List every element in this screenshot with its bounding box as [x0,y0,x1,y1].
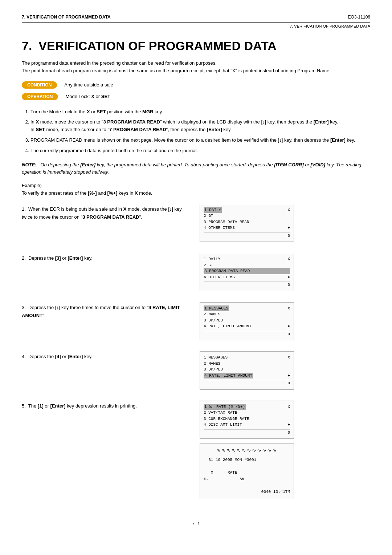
screen-1: 1 DAILY X 2 GT 3 PROGRAM DATA READ 4 OTH… [200,204,294,242]
screen-4-item-1: 1 MESSAGES [204,355,228,361]
receipt-line-5 [204,482,290,489]
screen-4-row-4: 4 RATE, LIMIT AMOUNT ♦ [204,373,290,379]
operation-or: or [94,94,101,99]
screen-2-row-3: 3 PROGRAM DATA READ [204,268,290,274]
screen-1-row-3: 3 PROGRAM DATA READ [204,219,290,225]
receipt-line-3: X RATE [204,470,290,476]
receipt-line-6: 0040 13:41TM [204,489,290,495]
example-step-4-row: 4. Depress the [4] or [Enter] key. 1 MES… [22,351,370,390]
screen-2-row-1: 1 DAILY X [204,256,290,262]
example-section: Example) To verify the preset rates of t… [22,183,370,197]
screen-1-item-1: 1 DAILY [204,207,222,213]
operation-row: OPERATION Mode Lock: X or SET [22,93,370,100]
operation-text: Mode Lock: X or SET [65,94,110,99]
screen-5-bottom: 0 [204,429,290,436]
main-step-1: Turn the Mode Lock to the X or SET posit… [30,108,370,116]
main-steps-list: Turn the Mode Lock to the X or SET posit… [30,108,370,155]
main-step-4: The currently programmed data is printed… [30,147,370,155]
example-step-2-row: 2. Depress the [3] or [Enter] key. 1 DAI… [22,253,370,291]
receipt: ∿∿∿∿∿∿∿∿∿∿∿∿ 31-10-2005 MON #3001 X RATE… [200,443,294,499]
screen-2: 1 DAILY X 2 GT 3 PROGRAM DATA READ 4 OTH… [200,253,294,291]
main-step-3: PROGRAM DATA READ menu is shown on the n… [30,137,370,144]
screen-4-row-3: 3 DP/PLU [204,366,290,373]
screen-3-item-4: 4 RATE, LIMIT AMOUNT [204,323,252,329]
title-text: VERIFICATION OF PROGRAMMED DATA [38,39,276,53]
screen-3-row-2: 2 NAMES [204,311,290,317]
screen-3-bottom: 0 [204,331,290,337]
header-bar: 7. VERIFICATION OF PROGRAMMED DATA EO3-1… [22,15,370,23]
receipt-line-1: 31-10-2005 MON #3001 [204,457,290,463]
screen-5-item-4: 4 DISC AMT LIMIT [204,422,242,428]
screen-2-item-1-x: X [287,256,290,262]
screen-1-row-1: 1 DAILY X [204,207,290,213]
note-content: On depressing the [Enter] key, the progr… [22,162,362,175]
screen-4-item-4-arrow: ♦ [287,373,290,379]
main-step-2: In X mode, move the cursor on to "3 PROG… [30,118,370,134]
screen-3-row-1: 1 MESSAGES X [204,305,290,312]
screen-5-row-3: 3 CUR EXCHANGE RATE [204,416,290,422]
screen-3-item-1-x: X [287,305,290,312]
sub-header: 7. VERIFICATION OF PROGRAMMED DATA [22,24,370,30]
screen-2-item-1: 1 DAILY [204,256,220,262]
page-title: 7.VERIFICATION OF PROGRAMMED DATA [22,39,370,53]
example-step-5-text: 5. The [1] or [Enter] key depression res… [22,401,189,410]
screen-1-item-4: 4 OTHER ITEMS [204,225,235,231]
note-label: NOTE: [22,162,36,167]
screen-1-item-1-x: X [287,207,290,213]
receipt-line-2 [204,463,290,470]
screen-5: 1 %- RATE (%-/%+) X 2 VAT/TAX RATE 3 CUR… [200,401,294,439]
condition-badge: CONDITION [22,81,57,89]
example-step-4-text: 4. Depress the [4] or [Enter] key. [22,351,189,361]
screen-4-item-4: 4 RATE, LIMIT AMOUNT [204,373,253,379]
screen-4-row-2: 2 NAMES [204,361,290,367]
screen-3-row-3: 3 DP/PLU [204,317,290,324]
operation-set: SET [101,94,110,99]
screen-4: 1 MESSAGES X 2 NAMES 3 DP/PLU 4 RATE, LI… [200,351,294,390]
example-step-3-row: 3. Depress the [↓] key three times to mo… [22,302,370,341]
screen-1-row-2: 2 GT [204,213,290,219]
screen-5-item-1: 1 %- RATE (%-/%+) [204,404,246,410]
screen-4-bottom: 0 [204,380,290,386]
example-step-2-text: 2. Depress the [3] or [Enter] key. [22,253,189,262]
example-step-1-row: 1. When the ECR is being outside a sale … [22,204,370,242]
intro-line-2: The print format of each program reading… [22,68,331,73]
page-number: 7- 1 [22,521,370,526]
chapter-number: 7. [22,39,32,53]
screen-5-row-2: 2 VAT/TAX RATE [204,410,290,416]
screen-2-item-4: 4 OTHER ITEMS [204,274,235,280]
screen-3: 1 MESSAGES X 2 NAMES 3 DP/PLU 4 RATE, LI… [200,302,294,341]
screen-1-item-4-arrow: ♦ [287,225,290,231]
example-title: Example) [22,183,370,188]
step-5-screens: 1 %- RATE (%-/%+) X 2 VAT/TAX RATE 3 CUR… [200,401,294,499]
example-step-1-text: 1. When the ECR is being outside a sale … [22,204,189,221]
intro-paragraph: The programmed data entered in the prece… [22,60,370,75]
screen-3-item-1: 1 MESSAGES [204,305,229,312]
example-desc: To verify the preset rates of the [%-] a… [22,190,370,197]
example-step-3-text: 3. Depress the [↓] key three times to mo… [22,302,189,320]
screen-2-bottom: 0 [204,281,290,288]
screen-5-item-1-x: X [287,404,290,410]
operation-x: X [91,94,94,99]
condition-row: CONDITION Any time outside a sale [22,81,370,89]
receipt-line-4: %- 5% [204,476,290,483]
example-step-5-row: 5. The [1] or [Enter] key depression res… [22,401,370,499]
screen-5-row-1: 1 %- RATE (%-/%+) X [204,404,290,410]
header-right: EO3-11106 [348,15,370,20]
screen-2-row-2: 2 GT [204,262,290,268]
condition-text: Any time outside a sale [64,82,113,88]
screen-3-row-4: 4 RATE, LIMIT AMOUNT ♦ [204,323,290,329]
screen-5-item-4-arrow: ♦ [287,422,290,428]
header-left: 7. VERIFICATION OF PROGRAMMED DATA [22,15,111,20]
intro-line-1: The programmed data entered in the prece… [22,60,217,66]
screen-1-bottom: 0 [204,232,290,239]
screen-2-row-4: 4 OTHER ITEMS ♦ [204,274,290,280]
screen-3-item-4-arrow: ♦ [287,323,290,329]
example-steps: 1. When the ECR is being outside a sale … [22,204,370,510]
screen-2-item-4-arrow: ♦ [287,274,290,280]
operation-badge: OPERATION [22,93,58,100]
receipt-wavy: ∿∿∿∿∿∿∿∿∿∿∿∿ [204,446,290,454]
screen-4-row-1: 1 MESSAGES X [204,355,290,361]
screen-5-row-4: 4 DISC AMT LIMIT ♦ [204,422,290,428]
screen-4-item-1-x: X [287,355,290,361]
screen-1-row-4: 4 OTHER ITEMS ♦ [204,225,290,231]
